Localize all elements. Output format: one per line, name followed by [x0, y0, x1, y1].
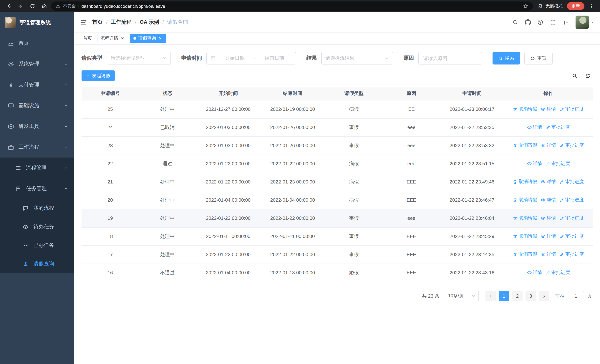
active-tab-dot — [133, 37, 136, 40]
detail-link[interactable]: 详情 — [541, 197, 556, 203]
page-button-1[interactable]: 1 — [499, 291, 509, 301]
progress-link[interactable]: 审批进度 — [560, 251, 584, 258]
cancel-leave-link[interactable]: 取消请假 — [513, 233, 537, 239]
goto-page-input[interactable] — [568, 291, 584, 301]
browser-menu-button[interactable] — [587, 1, 596, 11]
close-icon[interactable] — [120, 36, 125, 41]
progress-link[interactable]: 审批进度 — [546, 160, 570, 167]
address-bar[interactable]: 不安全 dashboard.yudao.iocoder.cn/bpm/oa/le… — [51, 1, 533, 11]
cancel-leave-link[interactable]: 取消请假 — [513, 251, 537, 258]
calendar-icon — [210, 56, 216, 61]
next-page-button[interactable] — [539, 291, 549, 301]
op-label: 审批进度 — [551, 160, 570, 167]
detail-link[interactable]: 详情 — [527, 270, 542, 276]
detail-link[interactable]: 详情 — [541, 233, 556, 239]
progress-link[interactable]: 审批进度 — [560, 106, 584, 112]
page-size-value: 10条/页 — [448, 293, 464, 299]
chevron-down-icon — [471, 294, 476, 298]
sidebar-item-workflow[interactable]: 工作流程 — [0, 137, 74, 158]
sidebar-item-devtools[interactable]: 研发工具 — [0, 116, 74, 137]
progress-link[interactable]: 审批进度 — [560, 179, 584, 185]
update-button[interactable]: 更新 — [567, 2, 584, 10]
op-label: 审批进度 — [565, 179, 584, 185]
page-size-select[interactable]: 10条/页 — [445, 291, 479, 301]
font-size-button[interactable] — [560, 17, 571, 28]
reset-button[interactable]: 重置 — [525, 52, 553, 65]
home-button[interactable] — [39, 1, 49, 11]
progress-link[interactable]: 审批进度 — [560, 142, 584, 149]
page-button-2[interactable]: 2 — [512, 291, 523, 301]
progress-link[interactable]: 审批进度 — [546, 124, 570, 131]
cell-actions: 取消请假详情审批进度 — [504, 227, 593, 245]
tab-leave-query[interactable]: 请假查询 — [130, 34, 166, 43]
tab-home[interactable]: 首页 — [80, 34, 95, 43]
tab-process-detail[interactable]: 流程详情 — [97, 34, 128, 43]
sidebar-item-infrastructure[interactable]: 基础设施 — [0, 95, 74, 116]
op-label: 取消请假 — [518, 215, 537, 221]
cancel-leave-link[interactable]: 取消请假 — [513, 142, 537, 149]
sidebar-item-leave-query[interactable]: 请假查询 — [0, 255, 74, 273]
result-select[interactable]: 请选择流结果 — [321, 52, 393, 65]
forward-button[interactable] — [16, 1, 25, 11]
sidebar-item-label: 流程管理 — [26, 165, 59, 171]
bookmark-star-icon[interactable] — [523, 3, 528, 9]
cell-leave-type: 事假 — [325, 136, 383, 155]
leave-type-select[interactable]: 请选择请假类型 — [107, 52, 171, 65]
user-menu[interactable] — [576, 16, 594, 29]
progress-link[interactable]: 审批进度 — [546, 270, 570, 276]
page-button-3[interactable]: 3 — [525, 291, 536, 301]
reload-button[interactable] — [28, 1, 37, 11]
cell-start-time: 2022-01-22 00:00:00 — [196, 245, 261, 263]
cancel-leave-link[interactable]: 取消请假 — [513, 197, 537, 203]
detail-link[interactable]: 详情 — [541, 106, 556, 112]
create-leave-button[interactable]: 发起请假 — [82, 70, 115, 81]
github-button[interactable] — [522, 17, 533, 28]
help-button[interactable] — [535, 17, 546, 28]
apply-time-label: 申请时间 — [181, 55, 202, 62]
fullscreen-button[interactable] — [547, 17, 559, 28]
sidebar-item-payment[interactable]: 支付管理 — [0, 75, 74, 95]
security-label[interactable]: 不安全 — [63, 3, 76, 9]
detail-link[interactable]: 详情 — [541, 142, 556, 149]
apply-time-range-picker[interactable]: 开始日期 - 结束日期 — [206, 52, 296, 65]
detail-link[interactable]: 详情 — [527, 160, 542, 167]
url-text[interactable]: dashboard.yudao.iocoder.cn/bpm/oa/leave — [81, 3, 520, 9]
breadcrumb-oa-example[interactable]: OA 示例 — [140, 19, 159, 26]
sidebar-item-process-mgmt[interactable]: 流程管理 — [0, 158, 74, 178]
main-panel: 首页 / 工作流程 / OA 示例 / 请假查询 — [74, 12, 600, 364]
refresh-table-button[interactable] — [583, 71, 593, 80]
cell-status: 通过 — [139, 155, 196, 173]
breadcrumb-workflow[interactable]: 工作流程 — [111, 19, 131, 26]
sidebar-item-my-process[interactable]: 我的流程 — [0, 199, 74, 218]
sidebar-item-system[interactable]: 系统管理 — [0, 54, 74, 75]
progress-link[interactable]: 审批进度 — [560, 233, 584, 239]
cell-leave-type: 事假 — [325, 245, 383, 263]
close-icon[interactable] — [158, 36, 163, 41]
op-label: 详情 — [547, 142, 556, 149]
cell-reason: EEE — [383, 191, 440, 209]
cancel-leave-link[interactable]: 取消请假 — [513, 179, 537, 185]
progress-link[interactable]: 审批进度 — [560, 215, 584, 221]
cancel-leave-link[interactable]: 取消请假 — [513, 106, 537, 112]
detail-link[interactable]: 详情 — [541, 179, 556, 185]
sidebar-toggle-button[interactable] — [80, 19, 87, 26]
sidebar-item-done-tasks[interactable]: 已办任务 — [0, 236, 74, 255]
detail-link[interactable]: 详情 — [541, 215, 556, 221]
trash-icon — [513, 180, 517, 184]
progress-link[interactable]: 审批进度 — [560, 197, 584, 203]
prev-page-button[interactable] — [486, 291, 496, 301]
eye-icon — [541, 197, 545, 202]
reason-input[interactable] — [418, 52, 482, 65]
back-button[interactable] — [4, 1, 13, 11]
cancel-leave-link[interactable]: 取消请假 — [513, 215, 537, 221]
sidebar-item-home[interactable]: 首页 — [0, 33, 74, 54]
search-button[interactable]: 搜索 — [493, 52, 520, 65]
header-search-button[interactable] — [510, 17, 521, 28]
sidebar-item-task-mgmt[interactable]: 任务管理 — [0, 178, 74, 199]
detail-link[interactable]: 详情 — [541, 251, 556, 258]
cell-apply-time: 2022-01-22 23:44:35 — [440, 245, 504, 263]
sidebar-item-todo-tasks[interactable]: 待办任务 — [0, 218, 74, 236]
toggle-search-button[interactable] — [570, 71, 579, 80]
breadcrumb-home[interactable]: 首页 — [92, 19, 103, 26]
detail-link[interactable]: 详情 — [527, 124, 542, 131]
